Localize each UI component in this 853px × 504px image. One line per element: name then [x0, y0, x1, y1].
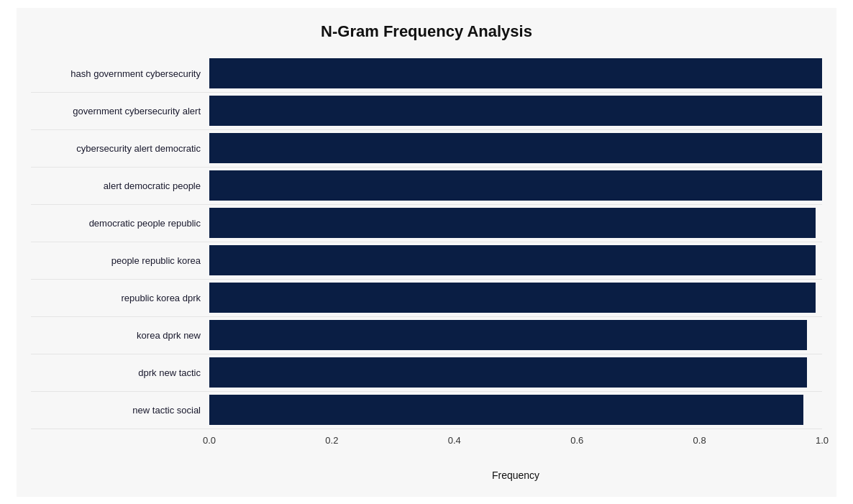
- bar-label: alert democratic people: [31, 180, 209, 191]
- bar-label: government cybersecurity alert: [31, 106, 209, 116]
- x-axis-tick: 0.4: [448, 435, 461, 446]
- bar-row: democratic people republic: [31, 205, 822, 242]
- chart-container: N-Gram Frequency Analysis hash governmen…: [17, 8, 836, 497]
- x-axis-tick: 0.6: [570, 435, 583, 446]
- x-axis-tick: 1.0: [816, 435, 829, 446]
- bar-track: [209, 357, 822, 388]
- bar-track: [209, 170, 822, 201]
- bar-label: cybersecurity alert democratic: [31, 143, 209, 154]
- bar-label: korea dprk new: [31, 330, 209, 341]
- bar-track: [209, 133, 822, 163]
- bar-track: [209, 395, 822, 425]
- bar-track: [209, 245, 822, 275]
- bar-track: [209, 96, 822, 126]
- bar-fill: [209, 58, 822, 88]
- x-axis-tick: 0.0: [203, 435, 216, 446]
- bar-label: republic korea dprk: [31, 293, 209, 303]
- chart-title: N-Gram Frequency Analysis: [31, 22, 822, 41]
- bar-track: [209, 320, 822, 350]
- bar-row: dprk new tactic: [31, 354, 822, 392]
- bar-track: [209, 283, 822, 313]
- bar-row: alert democratic people: [31, 168, 822, 205]
- bar-track: [209, 208, 822, 238]
- bar-fill: [209, 283, 816, 313]
- bar-row: korea dprk new: [31, 317, 822, 354]
- bar-label: new tactic social: [31, 405, 209, 416]
- bar-row: people republic korea: [31, 242, 822, 280]
- bar-fill: [209, 96, 822, 126]
- bar-row: hash government cybersecurity: [31, 55, 822, 93]
- bar-fill: [209, 170, 822, 201]
- chart-area: hash government cybersecuritygovernment …: [31, 55, 822, 429]
- x-axis: 0.00.20.40.60.81.0: [209, 435, 822, 449]
- bar-label: democratic people republic: [31, 218, 209, 229]
- bar-row: government cybersecurity alert: [31, 93, 822, 130]
- bar-fill: [209, 208, 816, 238]
- bar-label: people republic korea: [31, 255, 209, 266]
- bar-fill: [209, 245, 816, 275]
- bar-row: new tactic social: [31, 392, 822, 429]
- bar-row: cybersecurity alert democratic: [31, 130, 822, 168]
- bar-fill: [209, 357, 807, 388]
- bar-row: republic korea dprk: [31, 280, 822, 317]
- bar-fill: [209, 320, 807, 350]
- bar-fill: [209, 395, 803, 425]
- x-axis-title: Frequency: [209, 469, 822, 481]
- x-axis-tick: 0.2: [325, 435, 338, 446]
- bar-label: dprk new tactic: [31, 367, 209, 378]
- bar-fill: [209, 133, 822, 163]
- bar-label: hash government cybersecurity: [31, 68, 209, 79]
- bar-track: [209, 58, 822, 88]
- x-axis-tick: 0.8: [693, 435, 706, 446]
